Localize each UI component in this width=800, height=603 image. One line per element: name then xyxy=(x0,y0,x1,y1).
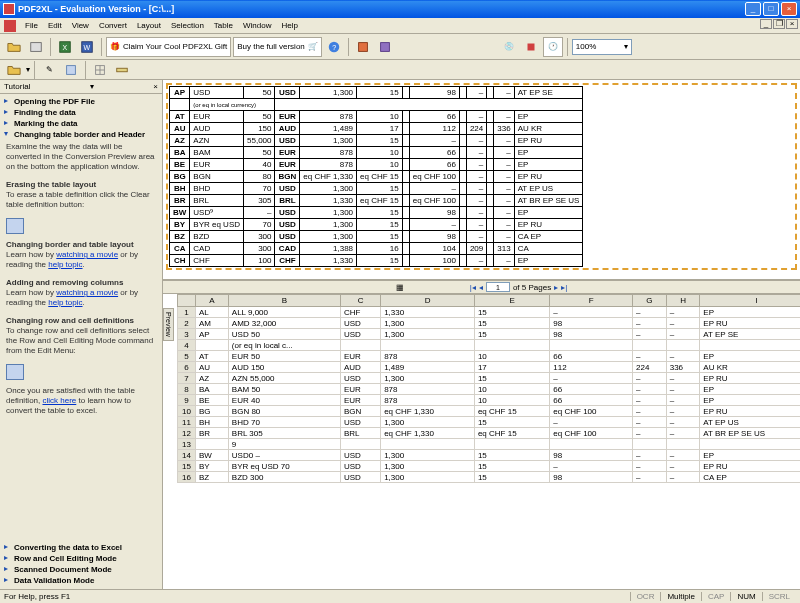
grid-icon[interactable]: ▦ xyxy=(396,283,404,292)
table-row[interactable]: 2AMAMD 32,000USD1,3001598––EP RU xyxy=(178,318,801,329)
stop-button[interactable] xyxy=(521,37,541,57)
col-header[interactable] xyxy=(178,295,196,307)
menu-selection[interactable]: Selection xyxy=(166,21,209,30)
menu-window[interactable]: Window xyxy=(238,21,276,30)
col-header[interactable]: B xyxy=(228,295,340,307)
grid-button[interactable] xyxy=(90,60,110,80)
word-button[interactable]: W xyxy=(77,37,97,57)
table-row[interactable]: 1ALALL 9,000CHF1,33015–––EP xyxy=(178,307,801,318)
table-row[interactable]: BZBZD300USD1,3001598––CA EP xyxy=(170,231,583,243)
tutorial-item[interactable]: Scanned Document Mode xyxy=(2,564,160,575)
pager-last-button[interactable]: ▸| xyxy=(561,283,567,292)
table-row[interactable]: 5ATEUR 50EUR8781066––EP xyxy=(178,351,801,362)
chevron-down-icon[interactable]: ▾ xyxy=(26,65,30,74)
buy-promo-button[interactable]: Buy the full version🛒 xyxy=(233,37,322,57)
mdi-min-button[interactable]: _ xyxy=(760,19,772,29)
table-row[interactable]: 4(or eq in local c... xyxy=(178,340,801,351)
table-row[interactable]: 3APUSD 50USD1,3001598––AT EP SE xyxy=(178,329,801,340)
table-row[interactable]: 10BGBGN 80BGNeq CHF 1,330eq CHF 15eq CHF… xyxy=(178,406,801,417)
menu-table[interactable]: Table xyxy=(209,21,238,30)
excel-preview-pane[interactable]: Preview ABCDEFGHI1ALALL 9,000CHF1,33015–… xyxy=(163,294,800,589)
cd-button[interactable]: 💿 xyxy=(499,37,519,57)
table-row[interactable]: ATEUR50EUR8781066––EP xyxy=(170,111,583,123)
folder-button[interactable] xyxy=(4,60,24,80)
tutorial-item[interactable]: Field Editing Mode xyxy=(2,586,160,589)
col-header[interactable]: A xyxy=(196,295,229,307)
pdf-table[interactable]: APUSD50USD1,3001598––AT EP SE(or eq in l… xyxy=(169,86,583,267)
tutorial-item[interactable]: Data Validation Mode xyxy=(2,575,160,586)
table-row[interactable]: 15BYBYR eq USD 70USD1,30015–––EP RU xyxy=(178,461,801,472)
tutorial-item[interactable]: Changing table border and Header xyxy=(2,129,160,140)
mdi-close-button[interactable]: × xyxy=(786,19,798,29)
tutorial-item[interactable]: Row and Cell Editing Mode xyxy=(2,553,160,564)
table-row[interactable]: BHBHD70USD1,30015–––AT EP US xyxy=(170,183,583,195)
tutorial-item[interactable]: Finding the data xyxy=(2,107,160,118)
table-row[interactable]: 11BHBHD 70USD1,30015–––AT EP US xyxy=(178,417,801,428)
table-row[interactable]: CACAD300CAD1,38816104209313CA xyxy=(170,243,583,255)
tool-b-button[interactable] xyxy=(375,37,395,57)
table-row[interactable]: 8BABAM 50EUR8781066––EP xyxy=(178,384,801,395)
col-header[interactable]: E xyxy=(474,295,549,307)
preview-button[interactable] xyxy=(61,60,81,80)
table-row[interactable]: 12BRBRL 305BRLeq CHF 1,330eq CHF 15eq CH… xyxy=(178,428,801,439)
table-row[interactable]: AUAUD150AUD1,48917112224336AU KR xyxy=(170,123,583,135)
gift-promo-button[interactable]: 🎁Claim Your Cool PDF2XL Gift xyxy=(106,37,231,57)
clear-table-icon xyxy=(6,218,24,234)
help-button[interactable]: ? xyxy=(324,37,344,57)
scan-button[interactable] xyxy=(26,37,46,57)
table-row[interactable]: APUSD50USD1,3001598––AT EP SE xyxy=(170,87,583,99)
col-header[interactable]: I xyxy=(700,295,800,307)
col-header[interactable]: C xyxy=(340,295,380,307)
table-row[interactable]: AZAZN55,000USD1,30015–––EP RU xyxy=(170,135,583,147)
click-here-link[interactable]: click here xyxy=(42,396,76,405)
menu-edit[interactable]: Edit xyxy=(43,21,67,30)
maximize-button[interactable]: □ xyxy=(763,2,779,16)
clock-button[interactable]: 🕐 xyxy=(543,37,563,57)
minimize-button[interactable]: _ xyxy=(745,2,761,16)
menu-help[interactable]: Help xyxy=(276,21,302,30)
preview-tab[interactable]: Preview xyxy=(163,308,174,341)
menu-file[interactable]: File xyxy=(20,21,43,30)
tool-a-button[interactable] xyxy=(353,37,373,57)
table-row[interactable]: 16BZBZD 300USD1,3001598––CA EP xyxy=(178,472,801,483)
table-row[interactable]: BABAM50EUR8781066––EP xyxy=(170,147,583,159)
chevron-down-icon[interactable]: ▾ xyxy=(90,82,94,91)
table-row[interactable]: BEEUR40EUR8781066––EP xyxy=(170,159,583,171)
pager-prev-button[interactable]: ◂ xyxy=(479,283,483,292)
pager-page-input[interactable] xyxy=(486,282,510,292)
table-row[interactable]: 14BWUSD0 –USD1,3001598––EP xyxy=(178,450,801,461)
close-sidebar-button[interactable]: × xyxy=(153,82,158,91)
pdf-preview-pane[interactable]: APUSD50USD1,3001598––AT EP SE(or eq in l… xyxy=(163,80,800,280)
col-header[interactable]: G xyxy=(633,295,667,307)
mdi-restore-button[interactable]: ❐ xyxy=(773,19,785,29)
zoom-combo[interactable]: 100%▾ xyxy=(572,39,632,55)
col-header[interactable]: F xyxy=(550,295,633,307)
col-header[interactable]: H xyxy=(666,295,700,307)
table-row[interactable]: BGBGN80BGNeq CHF 1,330eq CHF 15eq CHF 10… xyxy=(170,171,583,183)
pager-next-button[interactable]: ▸ xyxy=(554,283,558,292)
table-row[interactable]: 7AZAZN 55,000USD1,30015–––EP RU xyxy=(178,373,801,384)
table-row[interactable]: BRBRL305BRL1,330eq CHF 15eq CHF 100––AT … xyxy=(170,195,583,207)
edit-button[interactable]: ✎ xyxy=(39,60,59,80)
ruler-button[interactable] xyxy=(112,60,132,80)
tutorial-item[interactable]: Opening the PDF File xyxy=(2,96,160,107)
close-button[interactable]: × xyxy=(781,2,797,16)
preview-grid[interactable]: ABCDEFGHI1ALALL 9,000CHF1,33015–––EP2AMA… xyxy=(177,294,800,483)
table-row[interactable]: CHCHF100CHF1,33015100––EP xyxy=(170,255,583,267)
menu-convert[interactable]: Convert xyxy=(94,21,132,30)
menu-layout[interactable]: Layout xyxy=(132,21,166,30)
menu-view[interactable]: View xyxy=(67,21,94,30)
table-row[interactable]: 6AUAUD 150AUD1,48917112224336AU KR xyxy=(178,362,801,373)
tutorial-item[interactable]: Marking the data xyxy=(2,118,160,129)
open-button[interactable] xyxy=(4,37,24,57)
table-row[interactable]: 139 xyxy=(178,439,801,450)
table-row[interactable]: 9BEEUR 40EUR8781066––EP xyxy=(178,395,801,406)
col-header[interactable]: D xyxy=(381,295,475,307)
excel-button[interactable]: X xyxy=(55,37,75,57)
pager-first-button[interactable]: |◂ xyxy=(470,283,476,292)
watch-movie-link[interactable]: watching a movie xyxy=(56,250,118,259)
help-topic-link[interactable]: help topic xyxy=(48,260,82,269)
table-row[interactable]: BWUSD⁹–USD1,3001598––EP xyxy=(170,207,583,219)
tutorial-item[interactable]: Converting the data to Excel xyxy=(2,542,160,553)
table-row[interactable]: BYBYR eq USD70USD1,30015–––EP RU xyxy=(170,219,583,231)
